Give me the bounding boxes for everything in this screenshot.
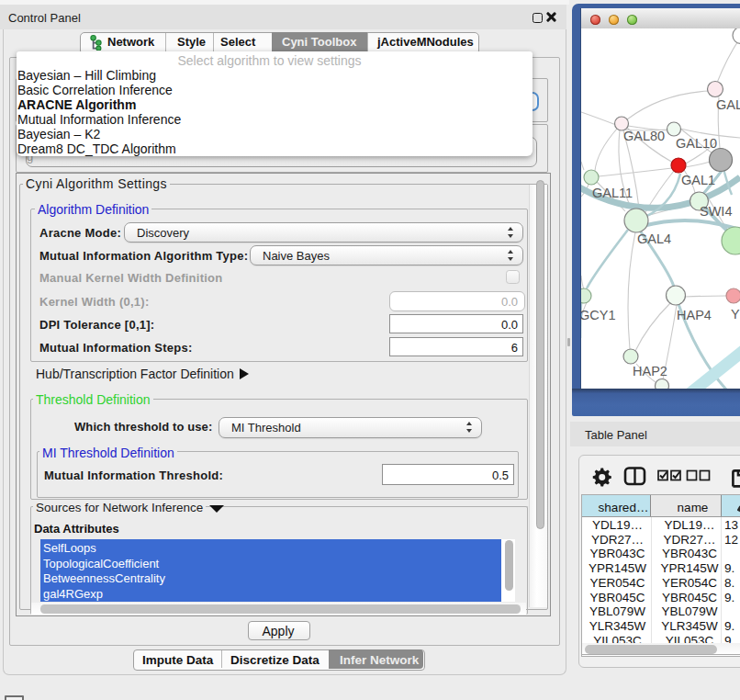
svg-text:GAL10: GAL10 [676,136,717,151]
svg-text:HAP2: HAP2 [633,364,667,378]
svg-text:YM: YM [731,307,740,322]
svg-text:SWI4: SWI4 [700,204,732,219]
svg-text:GCY1: GCY1 [581,308,616,322]
svg-text:HAP4: HAP4 [677,308,712,322]
svg-text:GAL11: GAL11 [592,186,633,200]
svg-text:GAL2: GAL2 [716,97,740,112]
svg-text:GAL80: GAL80 [623,129,665,143]
svg-text:GAL4: GAL4 [637,231,671,246]
svg-text:GAL1: GAL1 [681,173,715,187]
